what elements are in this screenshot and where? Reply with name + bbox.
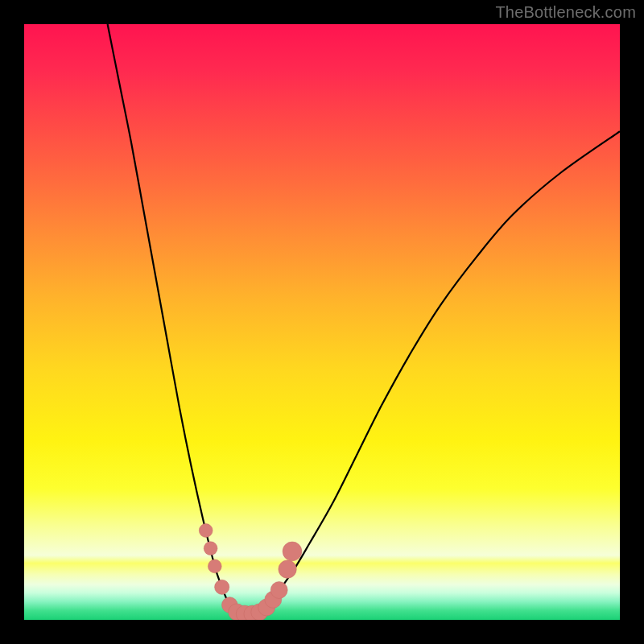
valley-dot (199, 524, 213, 538)
valley-dot (283, 542, 302, 561)
chart-frame: TheBottleneck.com (0, 0, 644, 644)
curve-left-branch (108, 24, 233, 608)
valley-dot (215, 580, 229, 594)
valley-dot (279, 560, 296, 578)
valley-dot (208, 559, 221, 573)
plot-area (24, 24, 620, 620)
curve-right-branch (262, 131, 620, 608)
curve-layer (24, 24, 620, 620)
valley-dots-group (199, 524, 302, 620)
valley-dot (204, 542, 217, 555)
valley-dot (270, 582, 287, 599)
watermark-text: TheBottleneck.com (495, 3, 636, 22)
